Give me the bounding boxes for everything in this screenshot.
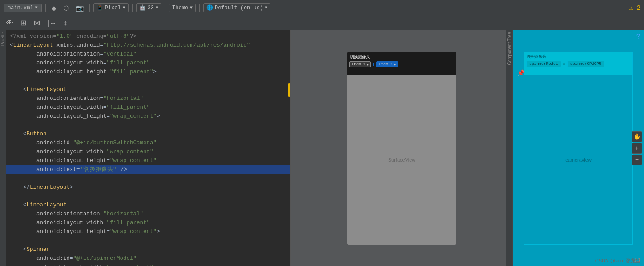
code-content: <?xml version="1.0" encoding="utf-8"?> <… xyxy=(6,30,290,266)
design-view-btn[interactable]: ◆ xyxy=(49,4,59,12)
api-label: 33 xyxy=(148,5,154,11)
code-text: android:layout_height="wrap_content"> xyxy=(10,112,287,121)
code-line: android:layout_width="fill_parent" xyxy=(6,103,290,112)
arrow-btn[interactable]: |↔ xyxy=(45,18,59,28)
bp-spinner-row: spinnerModel spinnerGPUGPU xyxy=(526,61,631,67)
code-text: android:text="切换摄像头" /> xyxy=(10,165,287,174)
code-line: android:layout_width="fill_parent" xyxy=(6,59,290,67)
code-line: android:layout_height="wrap_content"> xyxy=(6,112,290,121)
spinner1-label: Item 1 xyxy=(351,62,366,67)
code-line: android:orientation="vertical" xyxy=(6,50,290,59)
blueprint-frame: 切换摄像头 spinnerModel spinnerGPUGPU camerav… xyxy=(524,52,633,245)
code-line: <LinearLayout xmlns:android="http://sche… xyxy=(6,41,290,50)
device-top-bar: 切换摄像头 Item 1 ▼ Item 1 ▼ xyxy=(347,52,456,75)
code-text: android:layout_width="wrap_content" xyxy=(10,263,287,266)
chevron-down-icon: ▼ xyxy=(35,5,38,10)
component-tree-label: Component Tree xyxy=(507,32,512,65)
chevron-down-icon4: ▼ xyxy=(190,5,193,10)
code-editor-panel[interactable]: <?xml version="1.0" encoding="utf-8"?> <… xyxy=(6,30,291,266)
android-icon: 🤖 xyxy=(139,4,146,11)
code-text: android:layout_width="fill_parent" xyxy=(10,59,287,67)
code-text: <?xml version="1.0" encoding="utf-8"?> xyxy=(10,32,287,41)
code-line xyxy=(6,121,290,130)
eye-btn[interactable]: 👁 xyxy=(4,18,16,28)
code-text: android:layout_height="wrap_content" xyxy=(10,156,287,165)
hand-tool-btn[interactable]: ✋ xyxy=(632,131,642,142)
component-tree-panel: Component Tree xyxy=(506,30,513,266)
bp-camera-label: cameraview xyxy=(565,157,592,163)
code-text: android:layout_width="wrap_content" xyxy=(10,147,287,156)
code-line: android:layout_width="fill_parent" xyxy=(6,218,290,227)
device-dropdown[interactable]: 📱 Pixel ▼ xyxy=(93,3,129,12)
spinner-row: Item 1 ▼ Item 1 ▼ xyxy=(349,61,398,67)
locale-label: Default (en-us) xyxy=(215,5,263,11)
bp-spinner-gpu-label: spinnerGPUGPU xyxy=(570,62,601,66)
bp-dot xyxy=(563,63,565,65)
code-text: </LinearLayout> xyxy=(10,183,287,192)
code-text: android:id="@+id/buttonSwitchCamera" xyxy=(10,139,287,147)
bp-spinner-model-label: spinnerModel xyxy=(529,62,558,66)
chevron-down-icon5: ▼ xyxy=(265,5,267,10)
code-line: <?xml version="1.0" encoding="utf-8"?> xyxy=(6,32,290,41)
warning-icon: ⚠ 2 xyxy=(629,4,640,12)
resize-btn[interactable]: ↕ xyxy=(61,18,70,28)
code-text: android:layout_width="fill_parent" xyxy=(10,218,287,227)
main-area: Palette <?xml version="1.0" encoding="ut… xyxy=(0,30,644,266)
zoom-out-btn[interactable]: − xyxy=(632,155,642,165)
palette-label: Palette xyxy=(0,32,5,46)
code-text: android:layout_height="wrap_content"> xyxy=(10,227,287,236)
grid-btn[interactable]: ⊞ xyxy=(18,18,29,28)
snap-btn[interactable]: ⋈ xyxy=(31,18,43,28)
palette-panel: Palette xyxy=(0,30,6,266)
bp-switch-label: 切换摄像头 xyxy=(526,54,631,60)
globe-icon: 🌐 xyxy=(206,4,213,11)
spinner2-label: Item 1 xyxy=(378,62,393,67)
code-line: android:orientation="horizontal" xyxy=(6,94,290,103)
bp-spinner-gpu: spinnerGPUGPU xyxy=(567,61,604,67)
code-line: <Spinner xyxy=(6,245,290,254)
chevron-down-icon6: ▼ xyxy=(366,63,369,67)
file-tab[interactable]: main.xml ▼ xyxy=(4,4,42,12)
blueprint-view-btn[interactable]: ⬡ xyxy=(61,4,71,12)
toolbar-divider xyxy=(45,4,46,12)
chevron-down-icon3: ▼ xyxy=(156,5,158,10)
top-toolbar: main.xml ▼ ◆ ⬡ 📷 📱 Pixel ▼ 🤖 33 ▼ Theme … xyxy=(0,0,644,16)
code-text: android:id="@+id/spinnerModel" xyxy=(10,254,287,263)
device-frame: 切换摄像头 Item 1 ▼ Item 1 ▼ SurfaceView xyxy=(347,52,456,245)
api-dropdown[interactable]: 🤖 33 ▼ xyxy=(136,3,161,12)
code-line: android:layout_height="fill_parent"> xyxy=(6,67,290,76)
watermark-text: CSDN @sau_张龙生 xyxy=(595,258,640,264)
theme-dropdown[interactable]: Theme ▼ xyxy=(169,4,196,12)
bp-surface: cameraview xyxy=(524,75,632,244)
chevron-down-icon7: ▼ xyxy=(394,63,396,67)
help-icon[interactable]: ? xyxy=(636,33,640,41)
phone-icon: 📱 xyxy=(97,4,103,11)
spinner-divider xyxy=(373,63,374,66)
camera-view-btn[interactable]: 📷 xyxy=(74,4,86,12)
zoom-in-btn[interactable]: + xyxy=(632,143,642,154)
spinner1[interactable]: Item 1 ▼ xyxy=(349,61,371,67)
code-line xyxy=(6,192,290,201)
locale-dropdown[interactable]: 🌐 Default (en-us) ▼ xyxy=(203,3,270,12)
right-controls: ✋ + − xyxy=(630,130,644,167)
theme-label: Theme xyxy=(172,5,188,11)
code-line-highlight: android:text="切换摄像头" /> xyxy=(6,165,290,174)
code-line: </LinearLayout> xyxy=(6,183,290,192)
code-text: android:orientation="horizontal" xyxy=(10,210,287,218)
chevron-down-icon2: ▼ xyxy=(123,5,125,10)
device-label: Pixel xyxy=(105,5,121,11)
code-text: <LinearLayout xmlns:android="http://sche… xyxy=(10,41,287,50)
code-line: android:layout_width="wrap_content" xyxy=(6,147,290,156)
toolbar-divider3 xyxy=(132,4,133,12)
second-toolbar: 👁 ⊞ ⋈ |↔ ↕ xyxy=(0,16,644,30)
code-line: android:id="@+id/buttonSwitchCamera" xyxy=(6,139,290,147)
device-surface: SurfaceView xyxy=(347,75,456,245)
spinner2[interactable]: Item 1 ▼ xyxy=(376,61,398,67)
code-line: <LinearLayout xyxy=(6,201,290,210)
code-text: <LinearLayout xyxy=(10,201,287,210)
code-line: <Button xyxy=(6,130,290,139)
code-line: <LinearLayout xyxy=(6,85,290,94)
code-text: android:orientation="vertical" xyxy=(10,50,287,59)
toolbar-divider5 xyxy=(199,4,200,12)
code-line: android:layout_height="wrap_content"> xyxy=(6,227,290,236)
